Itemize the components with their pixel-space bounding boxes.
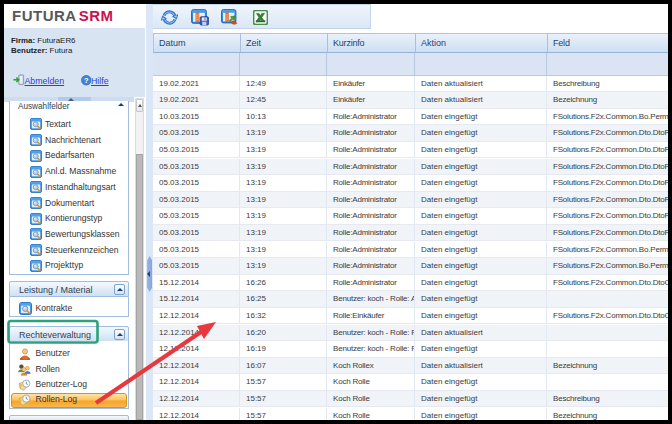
svg-text:?: ? — [83, 76, 88, 85]
